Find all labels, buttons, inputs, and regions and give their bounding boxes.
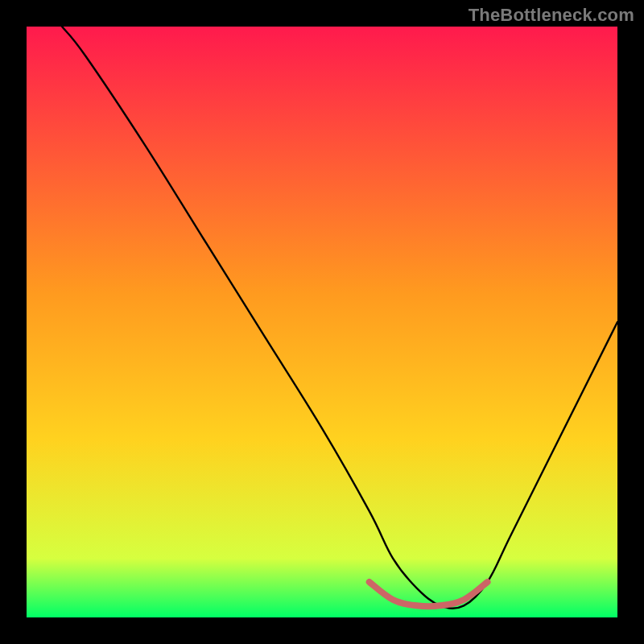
plot-background (27, 27, 617, 617)
watermark-text: TheBottleneck.com (469, 5, 634, 26)
bottleneck-chart (0, 0, 644, 644)
chart-frame: TheBottleneck.com (0, 0, 644, 644)
